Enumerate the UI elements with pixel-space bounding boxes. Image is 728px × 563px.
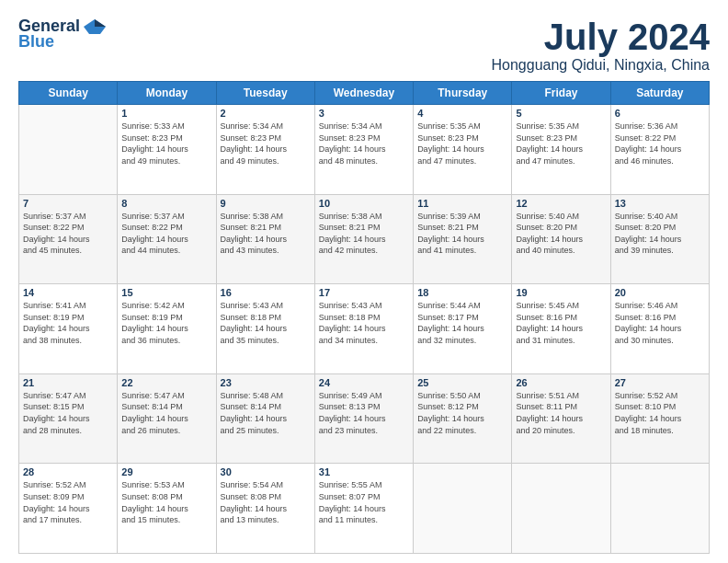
- col-monday: Monday: [118, 82, 216, 105]
- day-number: 6: [615, 108, 705, 119]
- table-row: 7Sunrise: 5:37 AMSunset: 8:22 PMDaylight…: [19, 194, 118, 284]
- day-info: Sunrise: 5:42 AMSunset: 8:19 PMDaylight:…: [121, 300, 211, 346]
- col-wednesday: Wednesday: [314, 82, 413, 105]
- day-info: Sunrise: 5:45 AMSunset: 8:16 PMDaylight:…: [516, 300, 606, 346]
- day-number: 26: [516, 377, 606, 388]
- day-number: 21: [23, 377, 113, 388]
- day-info: Sunrise: 5:47 AMSunset: 8:15 PMDaylight:…: [23, 390, 113, 436]
- day-number: 11: [417, 198, 507, 209]
- day-info: Sunrise: 5:53 AMSunset: 8:08 PMDaylight:…: [121, 479, 211, 525]
- table-row: [610, 464, 709, 554]
- table-row: 30Sunrise: 5:54 AMSunset: 8:08 PMDayligh…: [216, 464, 314, 554]
- table-row: 20Sunrise: 5:46 AMSunset: 8:16 PMDayligh…: [610, 284, 709, 374]
- day-info: Sunrise: 5:52 AMSunset: 8:09 PMDaylight:…: [23, 479, 113, 525]
- day-info: Sunrise: 5:37 AMSunset: 8:22 PMDaylight:…: [23, 211, 113, 257]
- day-info: Sunrise: 5:34 AMSunset: 8:23 PMDaylight:…: [319, 121, 409, 167]
- day-number: 24: [319, 377, 409, 388]
- calendar-week-row: 1Sunrise: 5:33 AMSunset: 8:23 PMDaylight…: [19, 105, 710, 195]
- day-number: 18: [417, 287, 507, 298]
- table-row: [512, 464, 610, 554]
- col-saturday: Saturday: [610, 82, 709, 105]
- day-number: 29: [121, 466, 211, 477]
- day-number: 14: [23, 287, 113, 298]
- table-row: 13Sunrise: 5:40 AMSunset: 8:20 PMDayligh…: [610, 194, 709, 284]
- calendar-header-row: Sunday Monday Tuesday Wednesday Thursday…: [19, 82, 710, 105]
- table-row: [414, 464, 512, 554]
- table-row: 27Sunrise: 5:52 AMSunset: 8:10 PMDayligh…: [610, 373, 709, 464]
- table-row: 15Sunrise: 5:42 AMSunset: 8:19 PMDayligh…: [118, 284, 216, 374]
- day-number: 4: [417, 108, 507, 119]
- day-info: Sunrise: 5:50 AMSunset: 8:12 PMDaylight:…: [417, 390, 507, 436]
- day-info: Sunrise: 5:38 AMSunset: 8:21 PMDaylight:…: [319, 211, 409, 257]
- table-row: 28Sunrise: 5:52 AMSunset: 8:09 PMDayligh…: [19, 464, 118, 554]
- day-info: Sunrise: 5:38 AMSunset: 8:21 PMDaylight:…: [221, 211, 311, 257]
- day-number: 25: [417, 377, 507, 388]
- day-info: Sunrise: 5:44 AMSunset: 8:17 PMDaylight:…: [417, 300, 507, 346]
- day-info: Sunrise: 5:34 AMSunset: 8:23 PMDaylight:…: [221, 121, 311, 167]
- col-friday: Friday: [512, 82, 610, 105]
- main-title: July 2024: [492, 17, 710, 57]
- day-number: 31: [319, 466, 409, 477]
- table-row: 3Sunrise: 5:34 AMSunset: 8:23 PMDaylight…: [314, 105, 413, 195]
- day-info: Sunrise: 5:43 AMSunset: 8:18 PMDaylight:…: [221, 300, 311, 346]
- table-row: 24Sunrise: 5:49 AMSunset: 8:13 PMDayligh…: [314, 373, 413, 464]
- day-info: Sunrise: 5:46 AMSunset: 8:16 PMDaylight:…: [615, 300, 705, 346]
- table-row: 1Sunrise: 5:33 AMSunset: 8:23 PMDaylight…: [118, 105, 216, 195]
- day-number: 10: [319, 198, 409, 209]
- table-row: 31Sunrise: 5:55 AMSunset: 8:07 PMDayligh…: [314, 464, 413, 554]
- day-info: Sunrise: 5:47 AMSunset: 8:14 PMDaylight:…: [121, 390, 211, 436]
- day-number: 1: [121, 108, 211, 119]
- col-tuesday: Tuesday: [216, 82, 314, 105]
- table-row: 23Sunrise: 5:48 AMSunset: 8:14 PMDayligh…: [216, 373, 314, 464]
- table-row: 21Sunrise: 5:47 AMSunset: 8:15 PMDayligh…: [19, 373, 118, 464]
- day-info: Sunrise: 5:35 AMSunset: 8:23 PMDaylight:…: [516, 121, 606, 167]
- calendar-week-row: 28Sunrise: 5:52 AMSunset: 8:09 PMDayligh…: [19, 464, 710, 554]
- day-info: Sunrise: 5:40 AMSunset: 8:20 PMDaylight:…: [615, 211, 705, 257]
- table-row: 19Sunrise: 5:45 AMSunset: 8:16 PMDayligh…: [512, 284, 610, 374]
- day-info: Sunrise: 5:55 AMSunset: 8:07 PMDaylight:…: [319, 479, 409, 525]
- day-number: 27: [615, 377, 705, 388]
- logo-blue: Blue: [18, 32, 54, 52]
- day-info: Sunrise: 5:51 AMSunset: 8:11 PMDaylight:…: [516, 390, 606, 436]
- day-number: 28: [23, 466, 113, 477]
- logo-icon: [82, 17, 108, 36]
- day-number: 20: [615, 287, 705, 298]
- table-row: 9Sunrise: 5:38 AMSunset: 8:21 PMDaylight…: [216, 194, 314, 284]
- table-row: 18Sunrise: 5:44 AMSunset: 8:17 PMDayligh…: [414, 284, 512, 374]
- day-number: 7: [23, 198, 113, 209]
- day-info: Sunrise: 5:40 AMSunset: 8:20 PMDaylight:…: [516, 211, 606, 257]
- day-info: Sunrise: 5:41 AMSunset: 8:19 PMDaylight:…: [23, 300, 113, 346]
- table-row: [19, 105, 118, 195]
- logo: General Blue: [18, 17, 108, 52]
- header: General Blue July 2024 Hongguang Qidui, …: [18, 17, 710, 74]
- day-number: 8: [121, 198, 211, 209]
- day-number: 5: [516, 108, 606, 119]
- day-info: Sunrise: 5:52 AMSunset: 8:10 PMDaylight:…: [615, 390, 705, 436]
- table-row: 26Sunrise: 5:51 AMSunset: 8:11 PMDayligh…: [512, 373, 610, 464]
- col-thursday: Thursday: [414, 82, 512, 105]
- table-row: 17Sunrise: 5:43 AMSunset: 8:18 PMDayligh…: [314, 284, 413, 374]
- day-info: Sunrise: 5:54 AMSunset: 8:08 PMDaylight:…: [221, 479, 311, 525]
- day-info: Sunrise: 5:43 AMSunset: 8:18 PMDaylight:…: [319, 300, 409, 346]
- table-row: 16Sunrise: 5:43 AMSunset: 8:18 PMDayligh…: [216, 284, 314, 374]
- table-row: 14Sunrise: 5:41 AMSunset: 8:19 PMDayligh…: [19, 284, 118, 374]
- day-number: 16: [221, 287, 311, 298]
- page: General Blue July 2024 Hongguang Qidui, …: [0, 0, 728, 563]
- day-info: Sunrise: 5:33 AMSunset: 8:23 PMDaylight:…: [121, 121, 211, 167]
- table-row: 25Sunrise: 5:50 AMSunset: 8:12 PMDayligh…: [414, 373, 512, 464]
- subtitle: Hongguang Qidui, Ningxia, China: [492, 57, 710, 74]
- svg-marker-1: [95, 19, 106, 27]
- title-block: July 2024 Hongguang Qidui, Ningxia, Chin…: [492, 17, 710, 74]
- col-sunday: Sunday: [19, 82, 118, 105]
- day-info: Sunrise: 5:49 AMSunset: 8:13 PMDaylight:…: [319, 390, 409, 436]
- table-row: 4Sunrise: 5:35 AMSunset: 8:23 PMDaylight…: [414, 105, 512, 195]
- table-row: 5Sunrise: 5:35 AMSunset: 8:23 PMDaylight…: [512, 105, 610, 195]
- table-row: 12Sunrise: 5:40 AMSunset: 8:20 PMDayligh…: [512, 194, 610, 284]
- day-number: 22: [121, 377, 211, 388]
- day-number: 15: [121, 287, 211, 298]
- calendar-week-row: 14Sunrise: 5:41 AMSunset: 8:19 PMDayligh…: [19, 284, 710, 374]
- day-number: 30: [221, 466, 311, 477]
- table-row: 6Sunrise: 5:36 AMSunset: 8:22 PMDaylight…: [610, 105, 709, 195]
- table-row: 11Sunrise: 5:39 AMSunset: 8:21 PMDayligh…: [414, 194, 512, 284]
- calendar-week-row: 21Sunrise: 5:47 AMSunset: 8:15 PMDayligh…: [19, 373, 710, 464]
